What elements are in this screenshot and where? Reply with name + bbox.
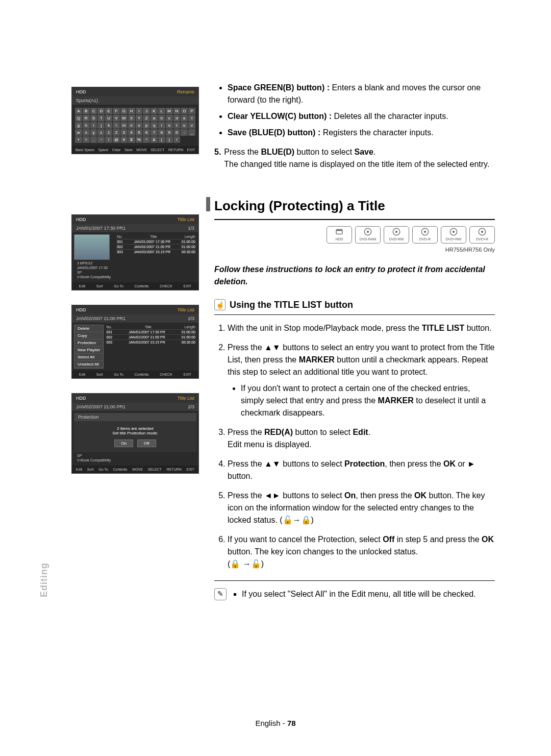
ui-footer-4: EditSortGo ToContentsMOVESELECTRETURNEXI…	[72, 466, 198, 473]
svg-rect-1	[336, 230, 342, 231]
t: Off	[383, 535, 394, 544]
t: button to select	[293, 428, 353, 436]
count: 2/3	[188, 316, 194, 321]
t: .	[368, 428, 370, 436]
note-block: ✎ If you select "Select All" in the Edit…	[214, 580, 495, 612]
hdd-label: HDD	[76, 307, 86, 312]
dlg-title: Protection	[78, 414, 99, 420]
t: OK	[443, 459, 456, 468]
on-button[interactable]: On	[114, 440, 133, 447]
off-button[interactable]: Off	[137, 440, 156, 447]
t: MARKER	[299, 355, 335, 364]
bullet-text: Deletes all the character inputs.	[332, 112, 448, 120]
t: button. The key icon changes to the unlo…	[228, 547, 418, 556]
ui-footer: Back SpaceSpaceClearSaveMOVESELECTRETURN…	[72, 146, 198, 154]
model-note: HR755/HR756 Only	[214, 246, 495, 254]
side-label: Editing	[39, 563, 49, 597]
dlg-line2: Set title Protection mode:	[79, 431, 191, 435]
step-item: Press the ◄► buttons to select On, then …	[228, 490, 495, 526]
t: .	[373, 148, 375, 156]
bullet-item: Save (BLUE(D) button) : Registers the ch…	[228, 127, 495, 139]
hdd-label: HDD	[76, 217, 86, 222]
bullet-item: Clear YELLOW(C) button) : Deletes all th…	[228, 110, 495, 123]
count: 1/3	[188, 226, 194, 231]
edit-menu: DeleteCopyProtectionNew PlaylistSelect A…	[74, 325, 104, 369]
info-block-4: SPV-Mode Compatibility	[74, 452, 196, 464]
t: Press the ◄► buttons to select	[228, 491, 344, 500]
disc-icon: DVD+RW	[441, 226, 466, 243]
t: Press the	[224, 148, 261, 156]
step-item: Press the ▲▼ buttons to select an entry …	[228, 342, 495, 419]
sub-label: JAN/02/2007 21:00 PR1	[76, 404, 126, 409]
subsection-header: ☝ Using the TITLE LIST button	[214, 297, 495, 315]
count: 2/3	[188, 404, 194, 409]
svg-point-3	[367, 231, 369, 233]
t: in step 5 and press the	[394, 535, 482, 544]
section-title: Locking (Protecting) a Title	[214, 196, 495, 220]
content-column: Space GREEN(B) button) : Enters a blank …	[214, 82, 495, 612]
onscreen-keyboard: ABCDEFGHIJKLMNOPQRSTUVWXYZabcdefghijklmn…	[72, 105, 198, 146]
t: MARKER	[378, 396, 414, 405]
disc-icon: DVD-RAM	[355, 226, 381, 243]
note-icon: ✎	[214, 588, 227, 600]
title-label: Title List	[178, 307, 194, 312]
footer-lang: English	[255, 719, 280, 727]
t: The changed title name is displayed on t…	[224, 158, 489, 170]
hdd-label: HDD	[76, 396, 86, 401]
disc-icon: DVD-RW	[384, 226, 409, 243]
hdd-label: HDD	[76, 89, 86, 94]
t: On	[344, 491, 356, 500]
title-label: Title List	[178, 217, 194, 222]
t: TITLE LIST	[422, 324, 465, 332]
disc-icon: DVD+R	[469, 226, 495, 243]
svg-point-5	[395, 231, 398, 233]
bullet-label: Space GREEN(B) button) :	[228, 83, 330, 92]
ui-footer-3: EditSortGo ToContentsCHECKEXIT	[72, 371, 198, 378]
subsection-title: Using the TITLE LIST button	[230, 298, 353, 312]
sub-label: JAN/02/2007 21:00 PR1	[76, 316, 126, 321]
ui-titlelist-1: HDDTitle List JAN/01/2007 17:30 PR11/3 3…	[71, 214, 199, 290]
t: Protection	[344, 459, 385, 468]
bullet-label: Clear YELLOW(C) button) :	[228, 112, 332, 120]
step-item: Press the RED(A) button to select Edit.E…	[228, 426, 495, 451]
t: If you want to cancel the Protection, se…	[228, 535, 383, 544]
bullet-item: Space GREEN(B) button) : Enters a blank …	[228, 82, 495, 106]
t: RED(A)	[264, 428, 293, 436]
t: Press the	[228, 428, 264, 436]
step-num: 5.	[214, 146, 221, 170]
step-item: If you want to cancel the Protection, se…	[228, 533, 495, 570]
disc-icon: DVD-R	[412, 226, 438, 243]
info-block: 3 MPEG2JAN/01/2007 17:30SPV-Mode Compati…	[74, 260, 114, 280]
bullet-text: Registers the character inputs.	[320, 128, 433, 137]
disc-row: HDDDVD-RAMDVD-RWDVD-RDVD+RWDVD+R	[214, 226, 495, 243]
svg-point-9	[453, 231, 455, 233]
step-5: 5. Press the BLUE(D) button to select Sa…	[214, 146, 495, 170]
svg-point-11	[481, 231, 484, 233]
action-label: Rename	[177, 89, 194, 94]
note-text: If you select "Select All" in the Edit m…	[242, 588, 476, 600]
t: BLUE(D)	[261, 148, 294, 156]
t: (🔒 →🔓)	[228, 559, 264, 568]
protection-dialog: 2 items are selected Set title Protectio…	[74, 421, 196, 452]
title-label: Title List	[178, 396, 194, 401]
bullet-label: Save (BLUE(D) button) :	[228, 128, 320, 137]
t: Press the ▲▼ buttons to select	[228, 459, 344, 468]
svg-point-7	[424, 231, 427, 233]
t: , then press the	[385, 459, 443, 468]
t: Edit	[353, 428, 368, 436]
steps-list: With the unit in Stop mode/Playback mode…	[214, 322, 495, 570]
t: OK	[414, 491, 427, 500]
t: , then press the	[356, 491, 414, 500]
step-item: With the unit in Stop mode/Playback mode…	[228, 322, 495, 334]
ui-protection: HDDTitle List JAN/02/2007 21:00 PR12/3 P…	[71, 393, 199, 474]
t: OK	[482, 535, 494, 544]
rows-2: No.TitleLength001JAN/01/2007 17:30 PR01:…	[116, 234, 196, 280]
footer-sep: -	[281, 719, 287, 727]
footer-num: 78	[287, 719, 296, 727]
ui-mockups: HDDRename Sports(A1) ABCDEFGHIJKLMNOPQRS…	[71, 87, 199, 488]
hand-icon: ☝	[214, 299, 226, 310]
ui-footer-2: EditSortGo ToContentsCHECKEXIT	[72, 282, 198, 290]
ui-titlelist-2: HDDTitle List JAN/02/2007 21:00 PR12/3 D…	[71, 305, 199, 379]
disc-icon: HDD	[327, 226, 352, 243]
page-footer: English - 78	[0, 719, 551, 727]
